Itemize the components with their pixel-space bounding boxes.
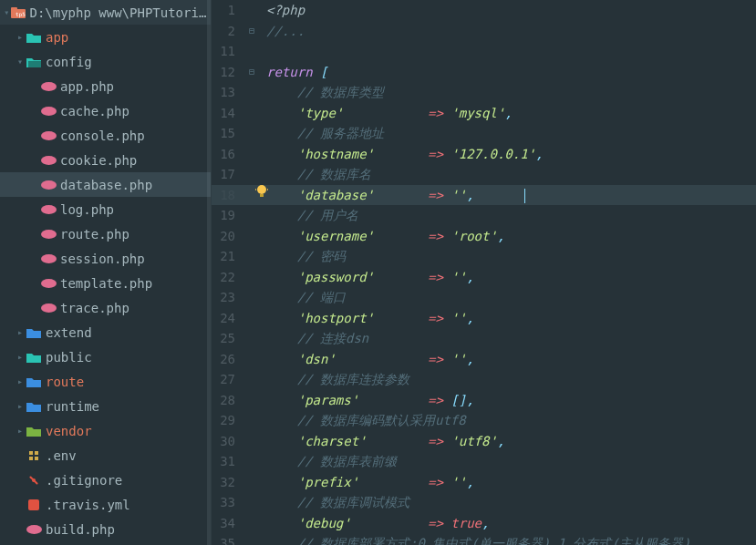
env-file-icon [26,447,42,464]
line-number: 24 [212,308,235,329]
line-number: 31 [212,451,235,472]
tree-root-label: D:\myphp_www\PHPTutorial\W… [29,5,211,20]
folder-icon [26,423,42,439]
tree-label: app.php [60,79,114,94]
tree-row-root[interactable]: ▾ tp5 D:\myphp_www\PHPTutorial\W… [0,0,211,25]
php-file-icon [40,78,57,95]
tree-row-file[interactable]: route.php [0,221,211,246]
code-line [266,41,756,62]
tree-row-env[interactable]: .env [0,443,211,468]
fold-expand-icon[interactable]: ⊟ [246,21,257,42]
code-line: 'params' => [], [266,390,756,411]
project-icon: tp5 [11,5,26,21]
svg-point-9 [41,205,57,214]
line-number: 34 [212,513,235,534]
php-file-icon [40,128,57,144]
code-area[interactable]: <?php //... return [ // 数据库类型 'type' => … [266,0,756,545]
svg-point-12 [41,279,57,288]
intention-bulb-icon[interactable] [255,184,268,199]
tree-row-file[interactable]: template.php [0,271,211,295]
code-line: <?php [266,0,756,21]
line-number: 23 [212,287,235,308]
tree-label: cache.php [60,104,129,118]
tree-row-vendor[interactable]: ▸ vendor [0,418,211,443]
php-file-icon [40,300,57,316]
tree-row-public[interactable]: ▸ public [0,344,211,369]
svg-rect-3 [28,61,41,67]
chevron-right-icon: ▸ [15,32,26,42]
code-line: // 连接dsn [266,328,756,349]
tree-row-gitignore[interactable]: .gitignore [0,468,211,492]
fold-collapse-icon[interactable]: ⊟ [246,62,257,83]
code-line: 'username' => 'root', [266,226,756,247]
php-file-icon [26,521,42,538]
svg-rect-17 [35,457,38,460]
tree-label: template.php [60,276,152,291]
svg-point-6 [41,131,57,140]
tree-row-file[interactable]: log.php [0,197,211,221]
tree-row-file[interactable]: app.php [0,74,211,98]
folder-icon [26,349,42,365]
tree-row-runtime[interactable]: ▸ runtime [0,394,211,418]
tree-label: extend [46,325,92,340]
tree-label: log.php [60,202,114,217]
code-line: 'hostname' => '127.0.0.1', [266,144,756,165]
line-number-gutter: 1 2 11 12 13 14 15 16 17 18 19 20 21 22 … [212,0,241,545]
code-line: 'prefix' => '', [266,472,756,493]
code-line: // 服务器地址 [266,123,756,144]
line-number: 28 [212,390,235,411]
code-line: // 密码 [266,246,756,267]
line-number: 17 [212,164,235,185]
tree-row-build[interactable]: build.php [0,517,211,541]
tree-label: cookie.php [60,153,137,168]
tree-label: build.php [46,522,115,537]
php-file-icon [40,201,57,218]
svg-point-10 [41,230,57,239]
tree-row-route[interactable]: ▸ route [0,369,211,394]
code-line: 'hostport' => '', [266,308,756,329]
chevron-right-icon: ▸ [15,376,26,386]
tree-row-file-active[interactable]: database.php [0,172,211,197]
line-number: 16 [212,144,235,165]
svg-point-19 [32,478,36,482]
chevron-right-icon: ▸ [15,352,26,362]
line-number: 33 [212,492,235,513]
tree-row-file[interactable]: trace.php [0,295,211,320]
svg-rect-15 [35,451,38,455]
code-line: 'dsn' => '', [266,349,756,370]
line-number: 21 [212,246,235,267]
php-file-icon [40,251,57,267]
line-number: 27 [212,369,235,390]
code-line: return [ [266,62,756,83]
git-file-icon [26,472,42,488]
tree-label: config [46,55,92,69]
code-line: // 数据库编码默认采用utf8 [266,410,756,431]
tree-row-file[interactable]: session.php [0,246,211,271]
project-tree-sidebar: ▾ tp5 D:\myphp_www\PHPTutorial\W… ▸ app … [0,0,212,545]
tree-row-config[interactable]: ▾ config [0,49,211,74]
folder-icon [26,398,42,415]
tree-row-app[interactable]: ▸ app [0,25,211,49]
svg-point-13 [41,303,57,313]
svg-rect-23 [260,194,264,197]
line-number: 19 [212,205,235,226]
tree-row-extend[interactable]: ▸ extend [0,320,211,344]
line-number: 25 [212,328,235,349]
line-number: 12 [212,62,235,83]
tree-row-travis[interactable]: .travis.yml [0,492,211,517]
tree-label: .env [46,448,77,463]
line-number: 30 [212,431,235,452]
php-file-icon [40,103,57,119]
code-line: // 数据库类型 [266,82,756,103]
tree-row-file[interactable]: cookie.php [0,148,211,172]
chevron-right-icon: ▸ [15,401,26,411]
svg-point-22 [257,185,266,194]
code-editor[interactable]: 1 2 11 12 13 14 15 16 17 18 19 20 21 22 … [212,0,756,545]
folder-open-icon [26,54,42,70]
code-line: // 数据库表前缀 [266,451,756,472]
tree-label: database.php [60,178,152,192]
line-number: 29 [212,410,235,431]
line-number: 15 [212,123,235,144]
tree-row-file[interactable]: console.php [0,123,211,148]
tree-row-file[interactable]: cache.php [0,98,211,123]
